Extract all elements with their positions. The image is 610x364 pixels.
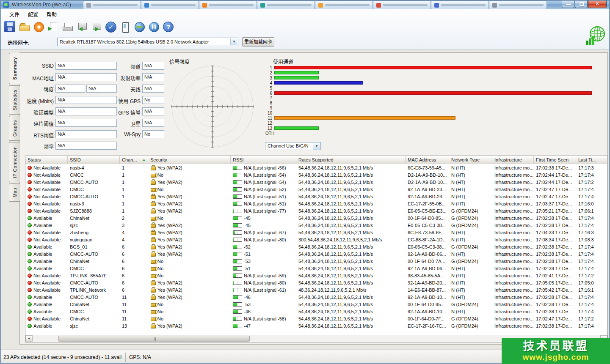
table-row[interactable]: Available sjzc 13 Yes (WPA2) -47 54,48,3…: [25, 322, 607, 329]
antenna-field[interactable]: N/A: [142, 85, 164, 93]
column-header-channel[interactable]: Chan...▲: [120, 156, 148, 164]
table-row[interactable]: Not Available CMCC 1 No N/A (Last signal…: [25, 171, 607, 178]
rates-cell: 54,48,36,24,18,12,11,9,6,5,2,1 Mb/s: [296, 265, 406, 272]
frequency-field[interactable]: N/A: [55, 142, 117, 150]
open-folder-icon[interactable]: [19, 21, 30, 32]
table-row[interactable]: Not Available CMCC-AUTO 6 Yes (WPA2) N/A…: [25, 279, 607, 286]
table-row[interactable]: Available ChinaNet 6 No -53 54,48,36,24,…: [25, 257, 607, 265]
satellites-field[interactable]: N/A: [142, 119, 164, 127]
column-header-security[interactable]: Security: [148, 156, 231, 164]
rates-cell: 54,48,36,24,18,12,11,9,6,5,2,1 Mb/s: [296, 279, 406, 286]
table-row[interactable]: Not Available TPLINK_Network 6 Yes (WPA2…: [25, 286, 607, 293]
background-browser-tab[interactable]: [431, 0, 489, 9]
background-browser-tab[interactable]: [199, 0, 257, 9]
channel-field[interactable]: N/A: [142, 62, 164, 70]
speed-field[interactable]: N/A: [55, 96, 117, 104]
save-icon[interactable]: [4, 21, 15, 32]
gps-signal-field[interactable]: N/A: [142, 107, 164, 115]
menu-item[interactable]: 文件: [5, 9, 24, 19]
table-row[interactable]: Available ChinaNet 11 No -53 54,48,36,24…: [25, 301, 607, 308]
column-header-rates[interactable]: Rates Supported: [296, 156, 406, 164]
adapter-select[interactable]: Realtek RTL8187 Wireless 802.11b/g 54Mbp…: [57, 38, 238, 46]
window-controls: ×: [561, 0, 607, 8]
mac-cell: 00-1F-64-D0-7F...: [406, 315, 449, 322]
globe-pause-icon[interactable]: [148, 21, 159, 32]
chevron-down-icon[interactable]: ▼: [313, 143, 320, 150]
background-browser-tab[interactable]: [315, 0, 373, 9]
rates-cell: 54,48,36,24,18,12,11,9,6,5,2,1 Mb/s: [296, 222, 406, 229]
table-row[interactable]: Not Available CMCC-AUTO 1 Yes (WPA2) N/A…: [25, 178, 607, 186]
table-row[interactable]: Not Available xujingquan 4 Yes (WPA2) N/…: [25, 236, 607, 243]
strength-field[interactable]: N/A: [55, 85, 85, 93]
restore-button[interactable]: [575, 0, 588, 8]
scroll-left-button[interactable]: ◄: [25, 335, 33, 342]
column-header-network-type[interactable]: Network Type: [449, 156, 492, 164]
globe-icon[interactable]: [134, 21, 145, 32]
status-text: Not Available: [33, 187, 61, 192]
column-header-status[interactable]: Status: [25, 156, 68, 164]
column-header-first-seen[interactable]: First Time Seen: [534, 156, 576, 164]
mac-cell: 92-1A-A9-BD-10...: [406, 308, 449, 315]
table-row[interactable]: Not Available ChinaNet 11 No N/A (Last s…: [25, 315, 607, 322]
column-header-last-seen[interactable]: Last Ti...: [576, 156, 607, 164]
chevron-down-icon[interactable]: ▼: [230, 38, 237, 45]
table-row[interactable]: Available CMCC 6 No -51 54,48,36,24,18,1…: [25, 265, 607, 272]
app-icon: [3, 1, 9, 8]
lock-icon: [150, 208, 156, 213]
background-browser-tab[interactable]: [489, 0, 547, 9]
table-row[interactable]: Not Available CMCC-AUTO 1 Yes (WPA2) N/A…: [25, 193, 607, 200]
table-row[interactable]: Available ChinaNet 2 No -45 54,48,36,24,…: [25, 214, 607, 222]
table-row[interactable]: Not Available nasb-4 1 Yes (WPA2) N/A (L…: [25, 164, 607, 171]
scrollbar-thumb[interactable]: [58, 336, 250, 342]
channel-axis-label: 3: [265, 76, 272, 80]
status-text: Not Available: [33, 208, 61, 213]
verify-icon[interactable]: [105, 21, 116, 32]
menu-item[interactable]: 帮助: [42, 9, 61, 19]
table-row[interactable]: Not Available CMCC 1 No N/A (Last signal…: [25, 186, 607, 193]
rssi-bar-icon: [233, 274, 242, 278]
table-row[interactable]: Not Available zhisheng 4 Yes (WPA2) N/A …: [25, 229, 607, 236]
status-text: Available: [33, 295, 52, 300]
mobile-icon[interactable]: [119, 21, 130, 32]
ssid-cell: ChinaNet: [68, 301, 120, 308]
watermark-url: www.jsgho.com: [523, 353, 589, 362]
close-button[interactable]: ×: [588, 0, 607, 8]
auth-type-field[interactable]: N/A: [55, 107, 117, 115]
table-row[interactable]: Available CMCC-AUTO 11 Yes (WPA2) -46 54…: [25, 293, 607, 301]
background-browser-tab[interactable]: [141, 0, 199, 9]
column-header-rssi[interactable]: RSSI: [231, 156, 296, 164]
mac-field[interactable]: N/A: [55, 73, 117, 81]
table-row[interactable]: Not Available nasb-3 1 Yes (WPA2) N/A (L…: [25, 200, 607, 207]
reload-adapter-button[interactable]: 重新加载网卡: [242, 37, 274, 47]
background-browser-tab[interactable]: [257, 0, 315, 9]
table-row[interactable]: Available BGS_01 6 Yes (WPA2) -52 54,48,…: [25, 243, 607, 250]
background-browser-tab[interactable]: [83, 0, 141, 9]
table-row[interactable]: Available CMCC-AUTO 6 Yes (WPA2) -51 54,…: [25, 250, 607, 257]
wispy-field[interactable]: No: [142, 130, 164, 138]
send-right-icon[interactable]: [91, 21, 102, 32]
background-browser-tab[interactable]: [373, 0, 431, 9]
send-left-icon[interactable]: [76, 21, 87, 32]
column-header-ssid[interactable]: SSID: [68, 156, 120, 164]
print-icon[interactable]: [62, 21, 73, 32]
use-gps-field[interactable]: No: [142, 96, 164, 104]
view-tab[interactable]: Map: [9, 183, 20, 202]
table-row[interactable]: Available CMCC 11 No -46 54,48,36,24,18,…: [25, 308, 607, 315]
column-header-infrastructure[interactable]: Infrastructure: [492, 156, 534, 164]
ssid-field[interactable]: N/A: [55, 62, 117, 70]
column-header-channel-label: Chan...: [122, 157, 137, 162]
export-icon[interactable]: [47, 21, 58, 32]
channel-axis-label: 1: [265, 66, 272, 70]
rts-threshold-field[interactable]: N/A: [55, 130, 117, 138]
help-icon[interactable]: [163, 21, 174, 32]
minimize-button[interactable]: [562, 0, 574, 8]
tx-power-field[interactable]: N/A: [142, 73, 164, 81]
table-row[interactable]: Not Available SJZC8888 1 Yes (WPA2) N/A …: [25, 207, 607, 214]
channel-mode-select[interactable]: Channel Use B/G/N ▼: [265, 142, 321, 150]
frag-threshold-field[interactable]: N/A: [55, 119, 117, 127]
table-row[interactable]: Not Available TP-LINK_855A7E 6 No N/A (L…: [25, 272, 607, 279]
menu-item[interactable]: 配置: [24, 9, 42, 19]
cd-icon[interactable]: [33, 21, 44, 32]
table-row[interactable]: Available sjzc 3 Yes (WPA2) -45 54,48,36…: [25, 222, 607, 229]
column-header-mac[interactable]: MAC Address: [406, 156, 449, 164]
